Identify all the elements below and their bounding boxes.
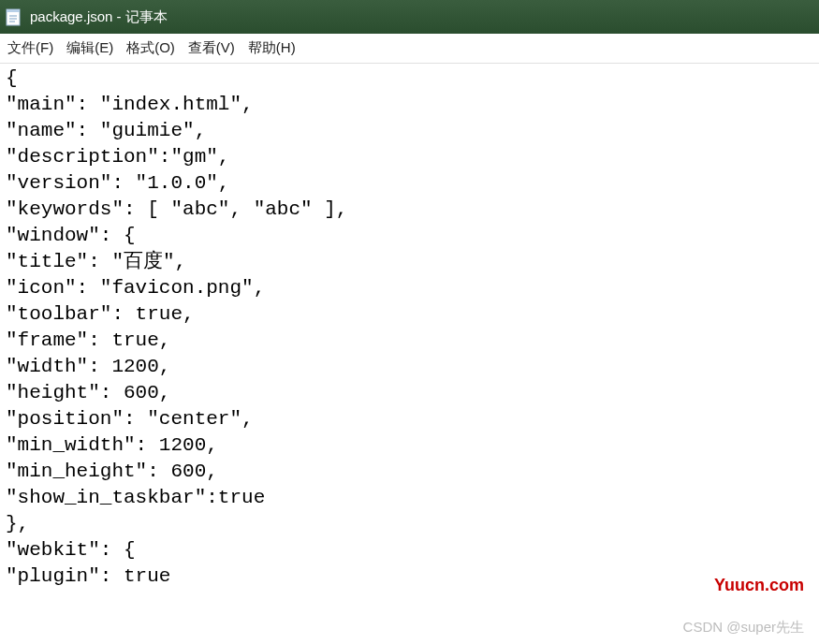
menu-view[interactable]: 查看(V): [188, 39, 235, 57]
menubar: 文件(F) 编辑(E) 格式(O) 查看(V) 帮助(H): [0, 34, 819, 64]
menu-help[interactable]: 帮助(H): [248, 39, 296, 57]
menu-file[interactable]: 文件(F): [7, 39, 53, 57]
watermark-yuucn: Yuucn.com: [714, 576, 804, 595]
titlebar[interactable]: package.json - 记事本: [0, 0, 819, 34]
watermark-csdn: CSDN @super先生: [683, 619, 804, 637]
text-area[interactable]: { "main": "index.html", "name": "guimie"…: [0, 64, 819, 644]
menu-edit[interactable]: 编辑(E): [66, 39, 113, 57]
notepad-icon: [6, 7, 22, 26]
notepad-window: package.json - 记事本 文件(F) 编辑(E) 格式(O) 查看(…: [0, 0, 819, 644]
svg-rect-1: [7, 9, 20, 12]
window-title: package.json - 记事本: [30, 8, 168, 26]
menu-format[interactable]: 格式(O): [126, 39, 175, 57]
